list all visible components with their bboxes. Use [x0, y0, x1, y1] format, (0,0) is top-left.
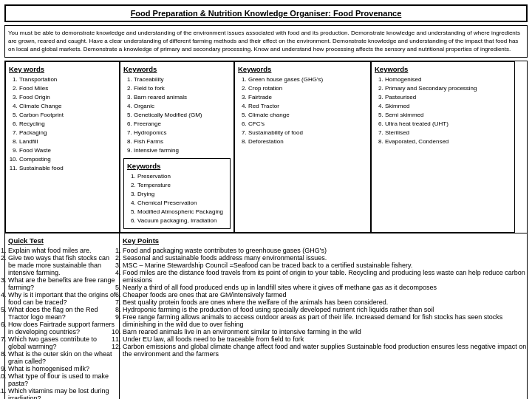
col1-title: Key words — [9, 65, 116, 73]
list-item: Modified Atmospheric Packaging — [137, 208, 227, 216]
col2-list: Traceability Field to fork Barn reared a… — [123, 75, 231, 155]
list-item: Ultra heat treated (UHT) — [385, 120, 511, 129]
list-item: Sustainable food — [19, 164, 116, 173]
list-item: Food Origin — [19, 93, 116, 102]
list-item: Deforestation — [248, 137, 367, 146]
list-item: Composting — [19, 155, 116, 164]
list-item: Free range farming allows animals to acc… — [123, 313, 532, 328]
list-item: Freerange — [134, 120, 231, 129]
list-item: Nearly a third of all food produced ends… — [123, 284, 532, 291]
list-item: Drying — [137, 190, 227, 199]
list-item: Homogenised — [385, 75, 511, 84]
intro-text: You must be able to demonstrate knowledg… — [4, 25, 528, 58]
quick-test-title: Quick Test — [8, 236, 116, 245]
list-item: Fish Farms — [134, 137, 231, 146]
list-item: MSC – Marine Stewardship Council =Seafoo… — [123, 262, 532, 269]
list-item: Which vitamins may be lost during irradi… — [8, 387, 116, 399]
list-item: Sustainability of food — [248, 129, 367, 137]
list-item: Genetically Modified (GM) — [134, 111, 231, 120]
main-grid: Key words Transportation Food Miles Food… — [4, 61, 528, 233]
list-item: Under EU law, all foods need to be trace… — [123, 335, 532, 343]
list-item: Which two gases contribute to global war… — [8, 335, 116, 350]
col3-list: Green house gases (GHG's) Crop rotation … — [238, 75, 367, 146]
list-item: Green house gases (GHG's) — [248, 75, 367, 84]
list-item: Temperature — [137, 181, 227, 190]
list-item: Chemical Preservation — [137, 199, 227, 208]
list-item: Fairtrade — [248, 93, 367, 102]
list-item: Preservation — [137, 172, 227, 181]
list-item: Crop rotation — [248, 84, 367, 93]
list-item: Landfill — [19, 137, 116, 146]
sub-keywords-list: Preservation Temperature Drying Chemical… — [127, 172, 227, 225]
list-item: What are the benefits are free range far… — [8, 276, 116, 291]
list-item: Organic — [134, 102, 231, 111]
quick-test-section: Quick Test Explain what food miles are. … — [5, 233, 120, 399]
list-item: Climate Change — [19, 102, 116, 111]
list-item: Cheaper foods are ones that are GM/inten… — [123, 291, 532, 299]
list-item: CFC's — [248, 120, 367, 129]
list-item: Best quality protein foods are ones wher… — [123, 299, 532, 306]
list-item: Food and packaging waste contributes to … — [123, 247, 532, 254]
sub-keywords-cell: Keywords Preservation Temperature Drying… — [123, 158, 231, 229]
list-item: Evaporated, Condensed — [385, 137, 511, 146]
list-item: Semi skimmed — [385, 111, 511, 120]
list-item: Recycling — [19, 120, 116, 129]
page-title: Food Preparation & Nutrition Knowledge O… — [4, 4, 528, 22]
list-item: Explain what food miles are. — [8, 247, 116, 254]
col3-title: Keywords — [238, 65, 367, 73]
list-item: Intensive farming — [134, 146, 231, 155]
list-item: Traceability — [134, 75, 231, 84]
bottom-grid: Quick Test Explain what food miles are. … — [4, 233, 528, 399]
quick-test-list: Explain what food miles are. Give two wa… — [8, 247, 116, 399]
list-item: Seasonal and sustainable foods address m… — [123, 254, 532, 262]
list-item: Climate change — [248, 111, 367, 120]
col4-title: Keywords — [375, 65, 511, 73]
list-item: Field to fork — [134, 84, 231, 93]
list-item: Give two ways that fish stocks can be ma… — [8, 254, 116, 276]
list-item: Sterilised — [385, 129, 511, 137]
key-points-title: Key Points — [123, 236, 532, 245]
list-item: Vacuum packaging, Irradiation — [137, 216, 227, 225]
list-item: Pasteurised — [385, 93, 511, 102]
sub-keywords-title: Keywords — [127, 162, 227, 170]
list-item: Barn reared animals — [134, 93, 231, 102]
col1-cell: Key words Transportation Food Miles Food… — [5, 61, 120, 233]
col3-cell: Keywords Green house gases (GHG's) Crop … — [234, 61, 371, 233]
list-item: Carbon Footprint — [19, 111, 116, 120]
key-points-list: Food and packaging waste contributes to … — [123, 247, 532, 358]
list-item: Packaging — [19, 129, 116, 137]
list-item: Food Miles — [19, 84, 116, 93]
list-item: Carbon emissions and global climate chan… — [123, 343, 532, 358]
list-item: Why is it important that the origins of … — [8, 291, 116, 306]
list-item: How does Fairtrade support farmers in de… — [8, 321, 116, 335]
list-item: What is homogenised milk? — [8, 365, 116, 372]
list-item: Hydroponics — [134, 129, 231, 137]
col1-list: Transportation Food Miles Food Origin Cl… — [9, 75, 116, 173]
list-item: Barn reared animals live in an environme… — [123, 328, 532, 335]
list-item: Transportation — [19, 75, 116, 84]
list-item: Skimmed — [385, 102, 511, 111]
list-item: What is the outer skin on the wheat grai… — [8, 350, 116, 365]
col4-list: Homogenised Primary and Secondary proces… — [375, 75, 511, 146]
col2-title: Keywords — [123, 65, 231, 73]
list-item: Red Tractor — [248, 102, 367, 111]
list-item: What type of flour is used to make pasta… — [8, 372, 116, 387]
col4-cell: Keywords Homogenised Primary and Seconda… — [371, 61, 515, 233]
key-points-section: Key Points Food and packaging waste cont… — [120, 233, 532, 399]
list-item: Primary and Secondary processing — [385, 84, 511, 93]
col2-cell: Keywords Traceability Field to fork Barn… — [120, 61, 234, 233]
list-item: Food miles are the distance food travels… — [123, 269, 532, 284]
list-item: Food Waste — [19, 146, 116, 155]
list-item: Hydroponic farming is the production of … — [123, 306, 532, 313]
list-item: What does the flag on the Red Tractor lo… — [8, 306, 116, 321]
